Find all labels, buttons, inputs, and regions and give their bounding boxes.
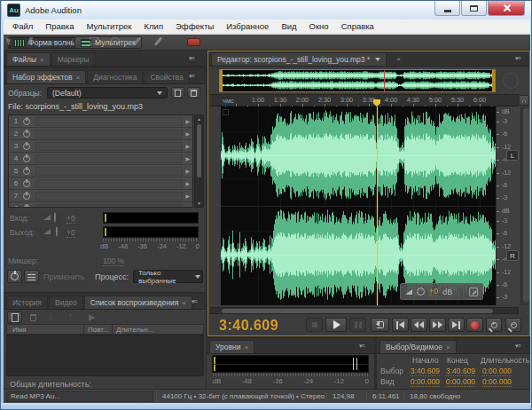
tab-close-icon[interactable]: ×	[40, 56, 44, 64]
scroll-down-icon[interactable]: ▼	[197, 201, 201, 206]
tab-close-icon[interactable]: ×	[446, 343, 450, 351]
time-selection-tool[interactable]: I	[67, 35, 78, 46]
input-knob-icon[interactable]	[54, 212, 56, 223]
rack-slot-empty[interactable]	[35, 179, 183, 188]
panel-menu-icon[interactable]: ▾≡	[359, 343, 364, 350]
menu-item-4[interactable]: Клип	[138, 20, 170, 34]
rack-slot-arrow-icon[interactable]: ▶	[185, 180, 190, 186]
menu-item-5[interactable]: Эффекты	[169, 20, 220, 34]
playlist-delete-button[interactable]	[26, 311, 40, 323]
view-end-value[interactable]: 0:00.000	[446, 377, 475, 387]
channel-left-button[interactable]: L	[506, 150, 519, 161]
rack-list-button[interactable]	[24, 270, 39, 283]
rack-slot-empty[interactable]	[35, 204, 183, 209]
tab-playlist[interactable]: Список воспроизведения×	[84, 296, 192, 309]
power-icon[interactable]	[23, 143, 30, 150]
skip-to-end-button[interactable]	[448, 318, 465, 332]
overview-right-handle[interactable]	[492, 70, 495, 91]
close-icon[interactable]: ×	[396, 55, 401, 63]
playlist-list[interactable]	[6, 335, 204, 376]
panel-menu-icon[interactable]: ▾≡	[192, 298, 197, 305]
power-icon[interactable]	[23, 118, 30, 125]
power-icon[interactable]	[23, 130, 30, 138]
power-icon[interactable]	[23, 205, 30, 209]
rack-scroll-thumb[interactable]	[197, 124, 201, 177]
minimize-button[interactable]	[434, 1, 460, 16]
pin-icon[interactable]	[469, 288, 478, 296]
panel-menu-icon[interactable]: ▾≡	[189, 55, 194, 62]
rack-slot-6[interactable]: 6▶	[9, 177, 192, 190]
paintbrush-tool[interactable]	[131, 35, 142, 46]
preset-dropdown[interactable]: (Default)	[47, 87, 168, 99]
scroll-up-icon[interactable]: ▲	[197, 116, 201, 122]
rack-slot-empty[interactable]	[35, 167, 183, 176]
tab-editor[interactable]: Редактор: scorpions_-_still_loving_you.m…	[211, 52, 387, 66]
tab-close-icon[interactable]: ×	[182, 299, 186, 307]
panel-menu-icon[interactable]: ▾≡	[515, 55, 520, 62]
vertical-scrollbar[interactable]	[520, 106, 530, 305]
rack-scrollbar[interactable]: ▲ ▼	[194, 114, 204, 208]
tab-video[interactable]: Видео	[49, 296, 83, 309]
rack-slot-empty[interactable]	[35, 154, 183, 163]
rack-power-button[interactable]	[7, 270, 22, 283]
default-zoom-button[interactable]: ∩	[519, 95, 529, 106]
rack-slot-arrow-icon[interactable]: ▶	[185, 168, 190, 174]
view-duration-value[interactable]: 0:00.000	[482, 377, 512, 387]
rack-slot-arrow-icon[interactable]: ▶	[185, 193, 190, 199]
power-icon[interactable]	[23, 155, 30, 162]
power-icon[interactable]	[23, 180, 30, 187]
column-repeat[interactable]: Повт...	[88, 326, 109, 334]
column-name[interactable]: Имя	[12, 326, 27, 334]
selection-duration-value[interactable]: 0:00.000	[482, 367, 512, 376]
rack-slot-4[interactable]: 4▶	[9, 153, 192, 165]
tab-history[interactable]: История	[6, 296, 48, 309]
menu-item-2[interactable]: Правка	[39, 20, 80, 34]
horizontal-scroll-thumb[interactable]	[222, 309, 493, 313]
rack-slot-arrow-icon[interactable]: ▶	[185, 205, 190, 208]
waveform-display[interactable]	[221, 106, 496, 305]
selection-end-value[interactable]: 3:40.609	[446, 367, 475, 376]
move-up-button[interactable]: ↑	[68, 311, 73, 320]
power-icon[interactable]	[23, 168, 30, 175]
output-gain-value[interactable]: +0	[66, 228, 75, 238]
mix-value[interactable]: 100 %	[103, 256, 124, 266]
rack-slot-1[interactable]: 1▶	[9, 115, 192, 128]
power-icon[interactable]	[23, 193, 30, 200]
rewind-button[interactable]	[411, 318, 427, 332]
stop-button[interactable]	[306, 318, 323, 332]
overview-left-handle[interactable]	[220, 70, 223, 91]
overview-selection-box[interactable]	[219, 69, 496, 92]
save-preset-button[interactable]	[171, 87, 184, 99]
hud-gain-value[interactable]: +0	[429, 287, 438, 296]
rack-slot-arrow-icon[interactable]: ▶	[185, 155, 190, 162]
menu-item-7[interactable]: Вид	[275, 20, 302, 34]
output-knob-icon[interactable]	[56, 226, 58, 237]
record-button[interactable]	[466, 318, 483, 332]
tab-files[interactable]: Файлы×	[6, 52, 51, 66]
playlist-play-button[interactable]	[84, 311, 98, 323]
menu-item-1[interactable]: Файл	[6, 20, 39, 34]
pause-button[interactable]	[349, 318, 366, 332]
selection-start-value[interactable]: 3:40.609	[411, 367, 440, 376]
rack-slot-8[interactable]: 8▶	[9, 202, 192, 208]
lasso-selection-tool[interactable]	[110, 35, 121, 46]
panel-menu-icon[interactable]: ▾≡	[189, 73, 194, 80]
tab-diagnostics[interactable]: Диагностика	[87, 70, 143, 83]
tab-close-icon[interactable]: ×	[75, 74, 80, 82]
rack-slot-2[interactable]: 2▶	[9, 128, 192, 140]
close-button[interactable]	[488, 1, 525, 16]
volume-hud[interactable]: +0 dB	[400, 283, 483, 300]
fast-forward-button[interactable]	[429, 318, 446, 332]
delete-preset-button[interactable]	[187, 87, 200, 99]
play-button[interactable]	[325, 318, 347, 332]
view-start-value[interactable]: 0:00.000	[411, 377, 440, 387]
tab-properties[interactable]: Свойства	[144, 70, 189, 83]
playlist-add-button[interactable]	[7, 311, 22, 323]
marquee-selection-tool[interactable]	[89, 35, 99, 46]
tab-markers[interactable]: Маркеры	[51, 52, 96, 66]
tab-effects-rack[interactable]: Набор эффектов×	[6, 70, 86, 83]
rack-slot-empty[interactable]	[35, 142, 183, 151]
menu-item-9[interactable]: Справка	[335, 20, 380, 34]
rack-slot-5[interactable]: 5▶	[9, 165, 192, 177]
panel-menu-icon[interactable]: ▾≡	[515, 343, 520, 350]
